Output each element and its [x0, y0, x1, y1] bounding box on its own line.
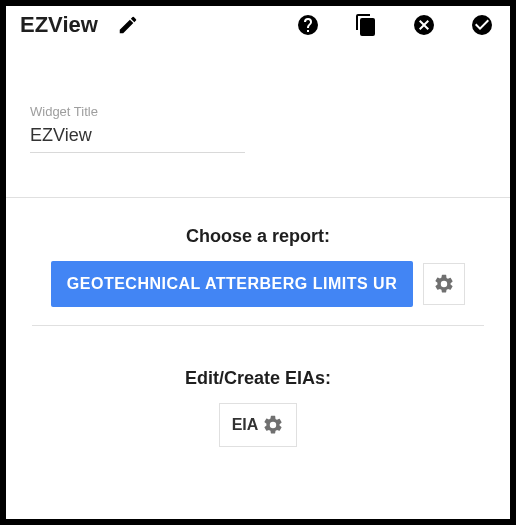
report-settings-button[interactable]: [423, 263, 465, 305]
gear-icon: [433, 273, 455, 295]
header-bar: EZView: [6, 6, 510, 44]
header-actions: [296, 13, 494, 37]
ok-button[interactable]: [470, 13, 494, 37]
app-title: EZView: [20, 12, 98, 38]
eia-button-label: EIA: [232, 416, 259, 434]
copy-icon: [354, 13, 378, 37]
edit-icon: [117, 14, 139, 36]
choose-report-section: Choose a report: GEOTECHNICAL ATTERBERG …: [6, 198, 510, 338]
ok-icon: [470, 13, 494, 37]
gear-icon: [262, 414, 284, 436]
choose-report-heading: Choose a report:: [6, 226, 510, 247]
help-icon: [296, 13, 320, 37]
edit-button[interactable]: [116, 13, 140, 37]
widget-title-input[interactable]: [30, 121, 245, 153]
report-select-button[interactable]: GEOTECHNICAL ATTERBERG LIMITS UR: [51, 261, 413, 307]
cancel-button[interactable]: [412, 13, 436, 37]
eia-heading: Edit/Create EIAs:: [6, 368, 510, 389]
eia-button[interactable]: EIA: [219, 403, 298, 447]
widget-title-label: Widget Title: [30, 104, 486, 119]
help-button[interactable]: [296, 13, 320, 37]
app-window: EZView Widget Title Choose a report: G: [6, 6, 510, 519]
report-row: GEOTECHNICAL ATTERBERG LIMITS UR: [32, 261, 484, 326]
widget-title-section: Widget Title: [6, 44, 510, 198]
cancel-icon: [412, 13, 436, 37]
copy-button[interactable]: [354, 13, 378, 37]
eia-section: Edit/Create EIAs: EIA: [6, 338, 510, 447]
